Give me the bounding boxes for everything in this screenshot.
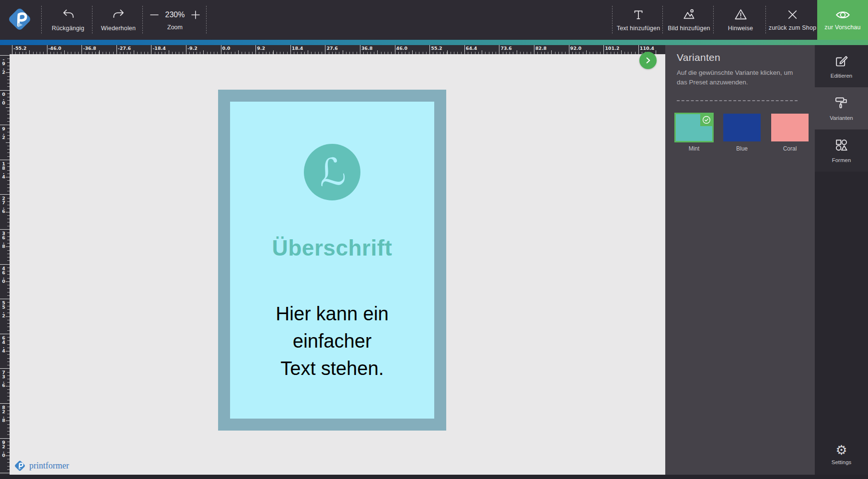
hints-label: Hinweise (728, 25, 753, 32)
zoom-out-button[interactable] (149, 10, 160, 20)
chevron-right-icon (643, 55, 653, 66)
panel-title: Varianten (677, 52, 815, 63)
add-image-button[interactable]: Bild hinzufügen (665, 0, 713, 40)
redo-button[interactable]: Wiederholen (94, 0, 142, 40)
poster-content: ℒ Überschrift Hier kann ein einfacher Te… (230, 102, 434, 419)
collapse-panel-button[interactable] (639, 52, 657, 69)
tab-editieren[interactable]: Editieren (815, 45, 868, 87)
hints-button[interactable]: Hinweise (716, 0, 765, 40)
undo-button[interactable]: Rückgängig (44, 0, 92, 40)
back-to-shop-button[interactable]: zurück zum Shop (768, 0, 817, 40)
redo-icon (112, 8, 125, 21)
zoom-controls: 230% Zoom (144, 0, 206, 40)
top-toolbar: Rückgängig Wiederholen 230% Zoom Text hi… (0, 0, 868, 40)
printformer-logo-icon[interactable] (6, 5, 34, 33)
tab-varianten[interactable]: Varianten (815, 87, 868, 129)
preview-label: zur Vorschau (824, 24, 860, 31)
toolbar-separator (142, 6, 143, 34)
undo-icon (62, 8, 75, 21)
printformer-watermark: printformer (13, 459, 69, 472)
toolbar-separator (41, 6, 42, 34)
variant-swatch-row: Mint Blue Coral (675, 114, 815, 152)
preview-button[interactable]: zur Vorschau (817, 0, 868, 40)
check-circle-icon (701, 115, 712, 125)
poster-logo-circle[interactable]: ℒ (304, 144, 360, 200)
tab-label: Formen (832, 157, 851, 163)
horizontal-ruler: -55.2-46.0-36.8-27.6-18.4-9.20.09.218.42… (0, 45, 665, 54)
warning-icon (734, 8, 747, 21)
variant-swatch-mint[interactable] (675, 114, 713, 141)
dashed-divider (677, 100, 798, 101)
back-to-shop-label: zurück zum Shop (769, 24, 817, 31)
design-canvas[interactable]: ℒ Überschrift Hier kann ein einfacher Te… (10, 54, 665, 475)
text-icon (632, 9, 645, 21)
vertical-ruler: -9.20.09.218.427.636.846.055.264.473.682… (0, 54, 10, 475)
zoom-level-value: 230% (165, 11, 185, 19)
toolbar-separator (662, 6, 663, 34)
toolbar-separator (713, 6, 714, 34)
selected-check-badge (700, 114, 713, 126)
variant-label: Blue (736, 145, 748, 152)
variant-swatch-blue[interactable] (723, 114, 761, 141)
panel-description: Auf die gewünschte Variante klicken, um … (677, 68, 798, 88)
tab-label: Editieren (831, 73, 852, 79)
settings-label: Settings (832, 459, 852, 465)
zoom-in-button[interactable] (190, 10, 201, 20)
edit-icon (834, 54, 848, 69)
undo-label: Rückgängig (52, 25, 84, 32)
accent-gradient-bar (0, 40, 868, 45)
poster-artboard[interactable]: ℒ Überschrift Hier kann ein einfacher Te… (218, 90, 446, 431)
toolbar-separator (206, 6, 207, 34)
variant-label: Mint (689, 145, 700, 152)
image-icon (683, 8, 695, 21)
close-icon (787, 9, 799, 21)
tab-formen[interactable]: Formen (815, 129, 868, 172)
gear-icon: ⚙ (835, 444, 847, 456)
variant-label: Coral (783, 145, 797, 152)
printformer-logo-icon (13, 459, 26, 472)
poster-heading-text[interactable]: Überschrift (272, 235, 393, 261)
eye-icon (835, 10, 850, 20)
poster-body-text[interactable]: Hier kann ein einfacher Text stehen. (276, 300, 389, 382)
right-sidebar: Editieren Varianten Formen (815, 45, 868, 479)
add-text-label: Text hinzufügen (617, 25, 660, 32)
workspace: -55.2-46.0-36.8-27.6-18.4-9.20.09.218.42… (0, 45, 868, 479)
add-text-button[interactable]: Text hinzufügen (614, 0, 662, 40)
toolbar-separator (92, 6, 93, 34)
toolbar-separator (612, 6, 613, 34)
tab-label: Varianten (830, 115, 853, 121)
printformer-wordmark: printformer (29, 461, 69, 471)
variant-swatch-coral[interactable] (771, 114, 809, 141)
script-letter-l: ℒ (317, 152, 347, 192)
add-image-label: Bild hinzufügen (668, 25, 710, 32)
settings-button[interactable]: ⚙ Settings (815, 433, 868, 475)
toolbar-separator (765, 6, 766, 34)
bottom-scrollbar-track[interactable] (0, 475, 868, 479)
paint-roller-icon (834, 96, 848, 111)
shapes-icon (834, 138, 848, 153)
variants-panel: Varianten Auf die gewünschte Variante kl… (665, 45, 815, 479)
zoom-caption: Zoom (167, 24, 183, 31)
redo-label: Wiederholen (101, 25, 136, 32)
